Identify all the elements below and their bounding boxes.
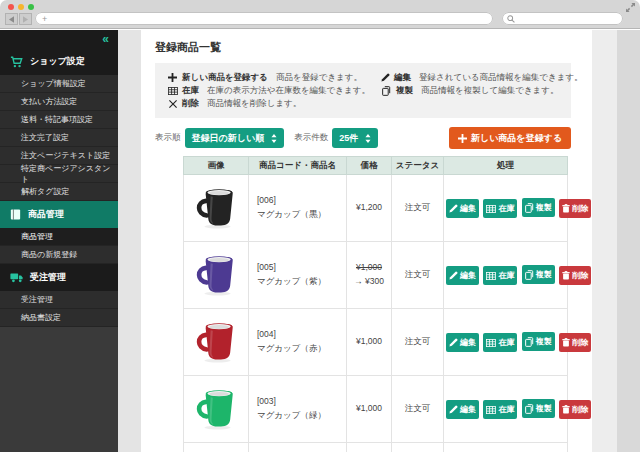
pencil-icon: [449, 338, 458, 347]
sort-order-select[interactable]: 登録日の新しい順: [185, 128, 285, 148]
sort-arrows-icon: [365, 134, 371, 143]
price-value: ¥1,000: [356, 403, 382, 413]
sidebar-section-label: 受注管理: [30, 271, 66, 284]
sidebar-section-header[interactable]: 受注管理: [0, 264, 118, 291]
sidebar-item-label: 注文ページテキスト設定: [21, 150, 110, 161]
collapse-chevrons-icon: «: [102, 33, 109, 45]
sidebar-item-label: ショップ情報設定: [21, 78, 86, 89]
forward-icon: [23, 16, 28, 23]
page-size-value: 25件: [339, 132, 358, 145]
column-header-image: 画像: [184, 157, 249, 175]
package-icon: [10, 209, 21, 220]
stock-button[interactable]: 在庫: [483, 199, 517, 218]
stock-button[interactable]: 在庫: [483, 266, 517, 285]
minimize-window-button[interactable]: [18, 4, 24, 10]
table-row: [004] マグカップ（赤） → ¥1,000 注文可 編集 在庫 複製 削除: [184, 309, 568, 376]
help-item-desc: 商品情報を削除します。: [207, 98, 301, 110]
help-item-label: 複製: [396, 85, 413, 97]
sort-order-value: 登録日の新しい順: [192, 132, 265, 145]
help-item-desc: 商品を登録できます。: [276, 72, 362, 84]
window-controls: [8, 4, 34, 10]
status-label: 注文可: [392, 309, 444, 376]
copy-icon: [525, 404, 534, 414]
edit-button[interactable]: 編集: [446, 333, 479, 352]
close-icon: [167, 100, 178, 108]
edit-button[interactable]: 編集: [446, 266, 479, 285]
help-item-desc: 登録されている商品情報を編集できます。: [419, 72, 583, 84]
page-title: 登録商品一覧: [155, 40, 592, 55]
sidebar-item[interactable]: 解析タグ設定: [0, 183, 118, 201]
pencil-icon: [449, 405, 458, 414]
sort-arrows-icon: [271, 134, 277, 143]
sidebar-item[interactable]: 納品書設定: [0, 309, 118, 327]
copy-button[interactable]: 複製: [522, 265, 555, 284]
main-content: 登録商品一覧 新しい商品を登録する 商品を登録できます。 在庫 在庫の表示方法や…: [141, 30, 592, 452]
sidebar-item[interactable]: ショップ情報設定: [0, 75, 118, 93]
copy-button[interactable]: 複製: [522, 399, 555, 418]
delete-button[interactable]: 削除: [559, 333, 591, 352]
help-item-desc: 在庫の表示方法や在庫数を編集できます。: [207, 85, 370, 97]
pencil-icon: [449, 204, 458, 213]
price-value: ¥300: [365, 276, 384, 286]
sidebar-item[interactable]: 商品の新規登録: [0, 246, 118, 264]
help-item-label: 編集: [394, 72, 411, 84]
product-image: [193, 356, 239, 366]
price-value: ¥1,200: [356, 202, 382, 212]
edit-button[interactable]: 編集: [446, 400, 479, 419]
sidebar-item[interactable]: 送料・特記事項設定: [0, 111, 118, 129]
sidebar-nav: ショップ設定 ショップ情報設定 支払い方法設定 送料・特記事項設定 注文完了設定…: [0, 48, 118, 327]
sidebar-section-label: ショップ設定: [30, 55, 85, 68]
table-row: [006] マグカップ（黒） → ¥1,200 注文可 編集 在庫 複製 削除: [184, 175, 568, 242]
pencil-icon: [381, 73, 390, 82]
back-icon: [9, 16, 14, 23]
copy-button[interactable]: 複製: [522, 198, 555, 217]
copy-icon: [381, 86, 392, 96]
browser-chrome: +: [0, 0, 640, 29]
delete-button[interactable]: 削除: [559, 199, 591, 218]
sidebar-item[interactable]: 特定商ページアシスタント: [0, 165, 118, 183]
price-arrow: →: [354, 276, 365, 286]
price-value: ¥1,000: [356, 336, 382, 346]
sidebar-item[interactable]: 支払い方法設定: [0, 93, 118, 111]
forward-button[interactable]: [19, 13, 32, 25]
copy-button[interactable]: 複製: [522, 332, 555, 351]
browser-search-field[interactable]: [502, 12, 623, 25]
help-item: 削除 商品情報を削除します。: [167, 97, 381, 110]
sidebar-item[interactable]: 商品管理: [0, 228, 118, 246]
sidebar-item-label: 商品の新規登録: [21, 249, 77, 260]
status-label: 注文可: [392, 242, 444, 309]
edit-button[interactable]: 編集: [446, 199, 479, 218]
status-label: 注文可: [392, 376, 444, 443]
stock-button[interactable]: 在庫: [483, 333, 517, 352]
help-item-label: 在庫: [182, 85, 199, 97]
product-image: [193, 423, 239, 433]
stock-button[interactable]: 在庫: [483, 400, 517, 419]
help-item: 在庫 在庫の表示方法や在庫数を編集できます。: [167, 84, 381, 97]
sidebar-collapse-button[interactable]: «: [0, 30, 118, 48]
url-bar[interactable]: +: [35, 12, 493, 25]
sidebar-item-label: 送料・特記事項設定: [21, 114, 93, 125]
pencil-icon: [449, 271, 458, 280]
back-button[interactable]: [5, 13, 18, 25]
delete-button[interactable]: 削除: [559, 400, 591, 419]
trash-icon: [562, 405, 570, 414]
add-product-button-label: 新しい商品を登録する: [471, 132, 562, 145]
url-bar-text: +: [42, 14, 47, 24]
sidebar-section-header[interactable]: ショップ設定: [0, 48, 118, 75]
table-row: [003] マグカップ（緑） → ¥1,000 注文可 編集 在庫 複製 削除: [184, 376, 568, 443]
delete-button[interactable]: 削除: [559, 266, 591, 285]
product-code: [003]: [257, 396, 346, 406]
sidebar-item[interactable]: 注文完了設定: [0, 129, 118, 147]
stock-icon: [486, 406, 496, 414]
sidebar-section-header[interactable]: 商品管理: [0, 201, 118, 228]
help-col-right: 編集 登録されている商品情報を編集できます。 複製 商品情報を複製して編集できま…: [381, 71, 571, 110]
old-price: ¥1,000: [347, 261, 391, 275]
window-edge-right: [617, 30, 640, 452]
zoom-window-button[interactable]: [28, 4, 34, 10]
page-size-select[interactable]: 25件: [332, 128, 378, 148]
help-item-label: 新しい商品を登録する: [182, 72, 268, 84]
sidebar-item-label: 解析タグ設定: [21, 186, 69, 197]
close-window-button[interactable]: [8, 4, 14, 10]
sidebar-item[interactable]: 受注管理: [0, 291, 118, 309]
add-product-button[interactable]: 新しい商品を登録する: [449, 127, 571, 149]
